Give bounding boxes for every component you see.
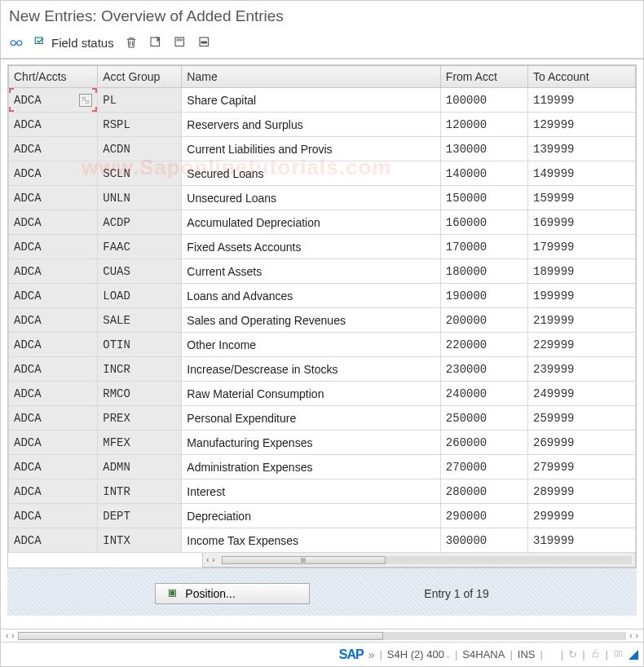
- scroll-left2-icon[interactable]: ‹: [629, 631, 632, 640]
- table-row[interactable]: ADCAPREXPersonal Expenditure250000259999: [9, 406, 636, 431]
- delete-button[interactable]: [124, 35, 139, 50]
- table-row[interactable]: ADCAFAACFixed Assets Accounts17000017999…: [9, 235, 636, 259]
- table-row[interactable]: ADCAMFEXManufacturing Expenses2600002699…: [9, 431, 636, 455]
- table-row[interactable]: ADCAUNLNUnsecured Loans150000159999: [9, 186, 636, 210]
- acct-group-field[interactable]: CUAS: [98, 259, 181, 283]
- col-header-chart[interactable]: Chrt/Accts: [9, 66, 98, 88]
- window-horizontal-scrollbar[interactable]: ‹ › ‹ ›: [1, 629, 643, 642]
- status-system[interactable]: S4H (2) 400⌵: [387, 648, 450, 660]
- acct-group-field[interactable]: SCLN: [98, 161, 181, 185]
- from-acct-cell: 270000: [441, 457, 527, 477]
- acct-group-field[interactable]: PREX: [98, 406, 181, 430]
- acct-group-field[interactable]: DEPT: [98, 504, 181, 528]
- scroll-left-icon[interactable]: ‹: [6, 631, 8, 640]
- trash-icon: [124, 35, 139, 50]
- chart-accts-field[interactable]: ADCA: [9, 235, 97, 258]
- acct-group-field[interactable]: ACDN: [98, 137, 181, 161]
- table-row[interactable]: ADCADEPTDepreciation290000299999: [9, 504, 636, 528]
- select-block-button[interactable]: [173, 35, 187, 50]
- table-row[interactable]: ADCAINTXIncome Tax Expenses300000319999: [9, 528, 636, 553]
- chart-accts-field[interactable]: ADCA: [9, 210, 97, 234]
- name-cell: Manufacturing Expenses: [182, 431, 439, 454]
- table-row[interactable]: ADCAINCRIncrease/Descrease in Stocks2300…: [9, 357, 636, 382]
- table-row[interactable]: ADCAINTRInterest280000289999: [9, 479, 636, 504]
- expand-statusbar-icon[interactable]: »: [368, 648, 375, 661]
- display-button[interactable]: [9, 35, 24, 50]
- from-acct-cell: 100000: [441, 91, 527, 110]
- f4-help-icon[interactable]: [79, 94, 92, 107]
- scroll-left-icon[interactable]: ‹: [206, 555, 209, 564]
- from-acct-cell: 280000: [441, 482, 527, 501]
- acct-group-field[interactable]: FAAC: [98, 235, 181, 258]
- acct-group-field[interactable]: UNLN: [98, 186, 181, 210]
- acct-group-field[interactable]: RSPL: [98, 113, 181, 136]
- scroll-thumb[interactable]: [18, 632, 383, 640]
- table-row[interactable]: ADCASCLNSecured Loans140000149999: [9, 161, 636, 186]
- scroll-right2-icon[interactable]: ›: [636, 631, 638, 640]
- lock-open-icon[interactable]: [590, 648, 601, 661]
- layout-icon[interactable]: [613, 648, 624, 661]
- entries-table: Chrt/Accts Acct Group Name From Acct To …: [8, 65, 636, 553]
- col-header-to[interactable]: To Account: [528, 66, 636, 88]
- scroll-thumb[interactable]: [222, 556, 386, 564]
- to-acct-cell: 219999: [528, 311, 635, 330]
- col-header-name[interactable]: Name: [182, 66, 440, 88]
- chart-accts-field[interactable]: ADCA: [9, 161, 97, 185]
- acct-group-field[interactable]: SALE: [98, 308, 181, 332]
- table-horizontal-scrollbar[interactable]: ‹ ›: [202, 553, 636, 568]
- table-row[interactable]: ADCAACDNCurrent Liabilities and Provis13…: [9, 137, 636, 161]
- name-cell: Raw Material Consumption: [182, 382, 439, 405]
- to-acct-cell: 289999: [528, 482, 635, 501]
- table-row[interactable]: ADCAADMNAdministration Expenses270000279…: [9, 455, 636, 479]
- chart-accts-field[interactable]: ADCA: [9, 382, 97, 405]
- resize-handle-icon[interactable]: [629, 650, 638, 660]
- chart-accts-field[interactable]: ADCA: [9, 113, 97, 136]
- chart-accts-field[interactable]: ADCA: [9, 479, 97, 503]
- deselect-all-button[interactable]: [197, 35, 212, 50]
- select-all-button[interactable]: [148, 35, 163, 50]
- table-row[interactable]: ADCARSPLReservers and Surplus12000012999…: [9, 113, 636, 137]
- from-acct-cell: 290000: [441, 506, 527, 526]
- scroll-right-icon[interactable]: ›: [11, 631, 14, 640]
- table-row[interactable]: ADCAPLShare Capital100000119999: [9, 88, 636, 113]
- chart-accts-field[interactable]: ADCA: [9, 186, 97, 210]
- acct-group-field[interactable]: INCR: [98, 357, 181, 381]
- table-row[interactable]: ADCARMCORaw Material Consumption24000024…: [9, 382, 636, 406]
- acct-group-field[interactable]: OTIN: [98, 333, 181, 356]
- acct-group-field[interactable]: ACDP: [98, 210, 181, 234]
- position-button[interactable]: Position...: [155, 583, 310, 604]
- acct-group-field[interactable]: MFEX: [98, 431, 181, 454]
- chart-accts-field[interactable]: ADCA: [9, 455, 97, 479]
- table-row[interactable]: ADCALOADLoans and Advances190000199999: [9, 284, 636, 308]
- scroll-track[interactable]: [222, 556, 632, 564]
- col-header-group[interactable]: Acct Group: [98, 66, 182, 88]
- scroll-track[interactable]: [18, 632, 627, 640]
- table-row[interactable]: ADCACUASCurrent Assets180000189999: [9, 259, 636, 284]
- chart-accts-field[interactable]: ADCA: [9, 528, 97, 552]
- chart-accts-field[interactable]: ADCA: [9, 308, 97, 332]
- table-row[interactable]: ADCAACDPAccumulated Depreciation16000016…: [9, 210, 636, 235]
- chart-accts-field[interactable]: ADCA: [9, 504, 97, 528]
- field-status-button[interactable]: Field status: [33, 35, 114, 50]
- chart-accts-field[interactable]: ADCA: [9, 259, 97, 283]
- acct-group-field[interactable]: INTR: [98, 479, 181, 503]
- chart-accts-field[interactable]: ADCA: [9, 88, 97, 112]
- acct-group-field[interactable]: RMCO: [98, 382, 181, 405]
- scroll-right-icon[interactable]: ›: [212, 555, 214, 564]
- chart-accts-field[interactable]: ADCA: [9, 333, 97, 356]
- acct-group-field[interactable]: PL: [98, 88, 181, 112]
- chart-accts-field[interactable]: ADCA: [9, 357, 97, 381]
- to-acct-cell: 299999: [528, 506, 635, 526]
- chart-accts-field[interactable]: ADCA: [9, 137, 97, 161]
- acct-group-field[interactable]: INTX: [98, 528, 181, 552]
- chart-accts-field[interactable]: ADCA: [9, 431, 97, 454]
- name-cell: Fixed Assets Accounts: [182, 235, 439, 258]
- acct-group-field[interactable]: ADMN: [98, 455, 181, 479]
- table-row[interactable]: ADCAOTINOther Income220000229999: [9, 333, 636, 357]
- chart-accts-field[interactable]: ADCA: [9, 406, 97, 430]
- table-row[interactable]: ADCASALESales and Operating Revenues2000…: [9, 308, 636, 333]
- chart-accts-field[interactable]: ADCA: [9, 284, 97, 307]
- col-header-from[interactable]: From Acct: [440, 66, 527, 88]
- refresh-icon[interactable]: ↻: [568, 648, 577, 660]
- acct-group-field[interactable]: LOAD: [98, 284, 181, 307]
